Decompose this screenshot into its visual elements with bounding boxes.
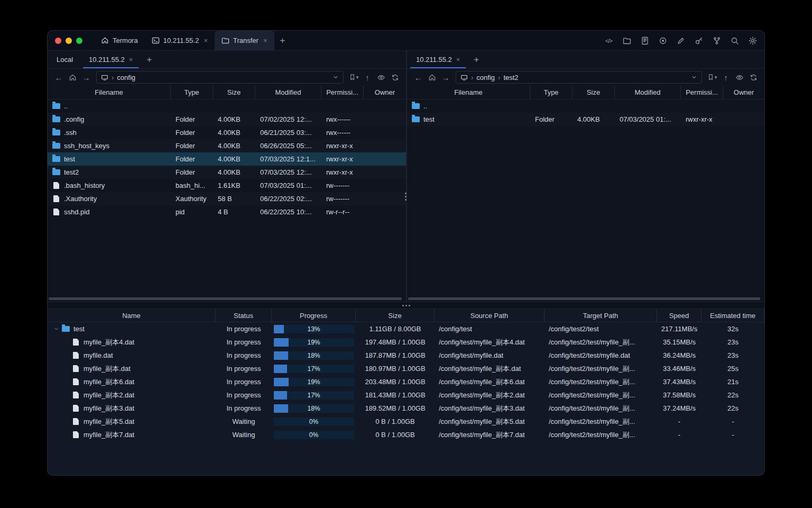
new-tab-button[interactable]: + [274, 31, 291, 50]
file-type: Folder [171, 166, 213, 179]
transfer-row[interactable]: test In progress 13% 1.11GB / 8.00GB /co… [48, 322, 764, 335]
file-row[interactable]: sshd.pid pid 4 B 06/22/2025 10:... rw-r-… [48, 205, 406, 219]
file-row[interactable]: .ssh Folder 4.00KB 06/21/2025 03:... rwx… [48, 126, 406, 139]
column-header-type[interactable]: Type [171, 86, 213, 99]
refresh-icon[interactable] [389, 71, 401, 84]
right-path-bar[interactable]: › config › test2 [456, 71, 702, 84]
file-row-selected[interactable]: test Folder 4.00KB 07/03/2025 12:1... rw… [48, 152, 406, 166]
column-header-filename[interactable]: Filename [48, 86, 171, 99]
bookmark-button[interactable]: ▾ [347, 71, 360, 84]
tab-host-session[interactable]: 10.211.55.2 × [145, 31, 215, 50]
transfer-status: In progress [216, 322, 272, 335]
file-row[interactable]: .Xauthority Xauthority 58 B 06/22/2025 0… [48, 192, 406, 205]
upload-button[interactable]: ↑ [719, 71, 732, 84]
file-row[interactable]: test2 Folder 4.00KB 07/03/2025 12:... rw… [48, 166, 406, 179]
transfer-row[interactable]: myfile_副本4.dat In progress 19% 197.48MB … [48, 335, 764, 349]
journal-icon[interactable] [640, 36, 649, 45]
column-header-progress[interactable]: Progress [272, 309, 356, 322]
show-hidden-icon[interactable] [375, 71, 387, 84]
file-permissions: rwxr-xr-x [681, 113, 723, 126]
left-path-bar[interactable]: › config [96, 71, 344, 84]
search-icon[interactable] [730, 36, 739, 45]
back-button[interactable]: ← [52, 71, 65, 84]
transfer-eta: - [702, 415, 764, 428]
left-tab-host[interactable]: 10.211.55.2 × [81, 51, 141, 68]
close-icon[interactable]: × [263, 37, 267, 44]
column-header-size[interactable]: Size [213, 86, 255, 99]
close-icon[interactable]: × [456, 56, 460, 64]
horizontal-splitter[interactable] [48, 302, 764, 309]
folder-icon [52, 103, 60, 109]
column-header-estimated-time[interactable]: Estimated time [702, 309, 764, 322]
back-button[interactable]: ← [412, 71, 425, 84]
code-icon[interactable]: </> [604, 36, 613, 45]
transfer-row[interactable]: myfile_副本6.dat In progress 19% 203.48MB … [48, 375, 764, 388]
zoom-window-button[interactable] [76, 38, 82, 44]
column-header-source-path[interactable]: Source Path [435, 309, 545, 322]
path-segment[interactable]: test2 [503, 74, 518, 81]
transfer-row[interactable]: myfile_副本3.dat In progress 18% 189.52MB … [48, 402, 764, 415]
forward-button[interactable]: → [439, 71, 452, 84]
show-hidden-icon[interactable] [733, 71, 746, 84]
column-header-status[interactable]: Status [216, 309, 272, 322]
horizontal-scrollbar[interactable] [49, 297, 402, 300]
transfer-eta: 25s [702, 362, 764, 375]
tab-transfer[interactable]: Transfer × [215, 31, 274, 50]
tab-termora[interactable]: Termora [94, 31, 145, 50]
settings-icon[interactable] [748, 36, 757, 45]
key-icon[interactable] [694, 36, 703, 45]
column-header-size[interactable]: Size [573, 86, 615, 99]
left-tab-local[interactable]: Local [49, 51, 81, 68]
macro-record-icon[interactable] [658, 36, 667, 45]
transfer-row[interactable]: myfile.dat In progress 18% 187.87MB / 1.… [48, 349, 764, 362]
horizontal-scrollbar[interactable] [408, 297, 760, 300]
column-header-size[interactable]: Size [356, 309, 435, 322]
edit-icon[interactable] [676, 36, 685, 45]
column-header-permissions[interactable]: Permissi... [681, 86, 723, 99]
chevron-down-icon[interactable] [333, 74, 339, 80]
path-segment[interactable]: config [476, 74, 495, 81]
expand-chevron-icon[interactable] [52, 325, 60, 333]
home-button[interactable] [66, 71, 79, 84]
column-header-modified[interactable]: Modified [255, 86, 321, 99]
column-header-type[interactable]: Type [530, 86, 573, 99]
branch-icon[interactable] [712, 36, 721, 45]
close-icon[interactable]: × [204, 37, 208, 44]
transfer-row[interactable]: myfile_副本5.dat Waiting 0% 0 B / 1.00GB /… [48, 415, 764, 428]
folder-icon [412, 116, 420, 122]
column-header-modified[interactable]: Modified [615, 86, 681, 99]
chevron-down-icon[interactable] [691, 74, 697, 80]
transfer-row[interactable]: myfile_副本7.dat Waiting 0% 0 B / 1.00GB /… [48, 428, 764, 441]
transfer-status: Waiting [216, 428, 272, 441]
home-button[interactable] [426, 71, 438, 84]
column-header-filename[interactable]: Filename [407, 86, 530, 99]
close-window-button[interactable] [55, 38, 61, 44]
file-icon [73, 339, 79, 346]
column-header-owner[interactable]: Owner [364, 86, 406, 99]
column-header-permissions[interactable]: Permissi... [321, 86, 364, 99]
file-row[interactable]: .. [48, 99, 406, 113]
refresh-icon[interactable] [747, 71, 760, 84]
left-add-tab-button[interactable]: + [141, 51, 158, 68]
file-name: ssh_host_keys [64, 142, 109, 150]
right-add-tab-button[interactable]: + [468, 51, 485, 68]
folder-icon[interactable] [622, 36, 631, 45]
path-segment[interactable]: config [117, 74, 135, 81]
file-row[interactable]: .bash_history bash_hi... 1.61KB 07/03/20… [48, 179, 406, 192]
forward-button[interactable]: → [80, 71, 93, 84]
upload-button[interactable]: ↑ [361, 71, 374, 84]
file-row[interactable]: test Folder 4.00KB 07/03/2025 01:... rwx… [407, 113, 764, 126]
right-tab-host[interactable]: 10.211.55.2 × [408, 51, 468, 68]
column-header-name[interactable]: Name [48, 309, 216, 322]
close-icon[interactable]: × [129, 56, 133, 64]
minimize-window-button[interactable] [66, 38, 72, 44]
file-row[interactable]: .config Folder 4.00KB 07/02/2025 12:... … [48, 113, 406, 126]
column-header-target-path[interactable]: Target Path [545, 309, 657, 322]
column-header-owner[interactable]: Owner [723, 86, 764, 99]
transfer-row[interactable]: myfile_副本.dat In progress 17% 180.97MB /… [48, 362, 764, 375]
file-row[interactable]: .. [407, 99, 764, 113]
transfer-row[interactable]: myfile_副本2.dat In progress 17% 181.43MB … [48, 388, 764, 402]
file-row[interactable]: ssh_host_keys Folder 4.00KB 06/26/2025 0… [48, 139, 406, 152]
bookmark-button[interactable]: ▾ [706, 71, 718, 84]
column-header-speed[interactable]: Speed [657, 309, 702, 322]
